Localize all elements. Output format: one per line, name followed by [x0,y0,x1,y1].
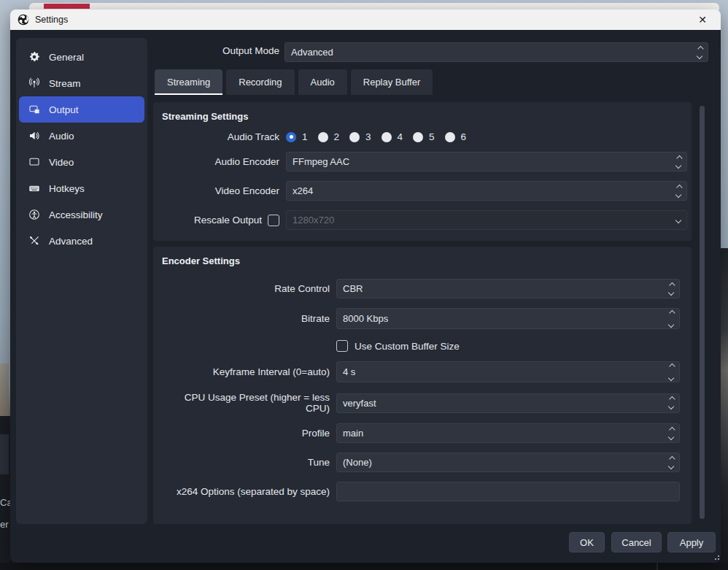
x264-options-input[interactable] [336,482,680,501]
audio-track-option-5[interactable]: 5 [413,131,435,142]
chevron-updown-icon[interactable] [694,43,705,61]
sidebar-item-advanced[interactable]: Advanced [19,228,144,254]
apply-button[interactable]: Apply [667,532,716,552]
sidebar-item-accessibility[interactable]: Accessibility [19,201,144,228]
audio-track-option-6[interactable]: 6 [445,131,467,142]
settings-content: General Stream Output Audio [10,30,721,563]
sidebar-item-hotkeys[interactable]: Hotkeys [19,175,144,201]
keyframe-interval-value: 4 s [343,366,355,377]
rate-control-select[interactable]: CBR [336,279,680,299]
use-custom-buffer-size-row[interactable]: Use Custom Buffer Size [336,340,692,352]
rescale-output-label: Rescale Output [194,215,262,226]
vertical-scrollbar[interactable] [699,103,705,523]
radio-selected-icon[interactable] [286,132,296,142]
obs-logo-icon [18,14,29,26]
output-mode-label: Output Mode [206,45,279,56]
sidebar-item-stream[interactable]: Stream [19,70,144,96]
titlebar[interactable]: Settings ✕ [10,9,721,30]
audio-encoder-select[interactable]: FFmpeg AAC [286,152,687,172]
sidebar-item-general[interactable]: General [19,44,144,70]
chevron-updown-icon[interactable] [666,424,676,442]
tune-select[interactable]: (None) [336,452,680,472]
tab-audio[interactable]: Audio [298,69,347,95]
chevron-updown-icon[interactable] [666,453,676,471]
radio-icon[interactable] [445,132,455,142]
video-encoder-row: Video Encoder x264 [162,181,687,201]
rescale-output-select[interactable]: 1280x720 [286,210,687,230]
rescale-output-value: 1280x720 [293,215,334,226]
spinner-arrows-icon[interactable] [666,309,676,328]
sidebar-item-audio[interactable]: Audio [19,123,144,149]
cpu-usage-preset-select[interactable]: veryfast [336,393,680,413]
chevron-updown-icon[interactable] [673,182,684,200]
resize-grip[interactable] [713,554,719,560]
chevron-updown-icon[interactable] [666,280,676,298]
close-icon[interactable]: ✕ [692,11,713,28]
keyframe-interval-spinner[interactable]: 4 s [336,361,680,382]
chevron-updown-icon[interactable] [666,394,676,412]
profile-value: main [343,428,363,439]
radio-icon[interactable] [318,132,328,142]
video-encoder-select[interactable]: x264 [286,181,687,201]
sidebar-item-label: Hotkeys [49,183,85,194]
sidebar-item-label: Video [49,157,74,168]
sidebar-item-video[interactable]: Video [19,149,144,175]
panel-title: Streaming Settings [153,102,692,122]
audio-encoder-label: Audio Encoder [214,156,279,167]
rescale-output-row: Rescale Output 1280x720 [162,210,687,230]
tab-label: Audio [311,77,335,88]
scrollbar-thumb[interactable] [700,106,705,519]
audio-track-option-1[interactable]: 1 [286,131,308,142]
bitrate-value: 8000 Kbps [343,313,388,324]
x264-options-label: x264 Options (separated by space) [177,486,330,497]
radio-icon[interactable] [349,132,360,142]
background-bottom-strip [0,563,728,570]
gear-icon [28,50,41,63]
bitrate-row: Bitrate 8000 Kbps [162,308,680,329]
panel-title: Encoder Settings [153,247,692,266]
use-custom-buffer-size-checkbox[interactable] [336,340,348,352]
chevron-updown-icon[interactable] [673,153,684,171]
profile-row: Profile main [162,423,680,443]
use-custom-buffer-size-label: Use Custom Buffer Size [355,341,460,352]
radio-icon[interactable] [413,132,423,142]
x264-options-row: x264 Options (separated by space) [162,482,680,501]
tab-streaming[interactable]: Streaming [155,69,222,95]
background-text-fragment: er [0,519,9,530]
tab-recording[interactable]: Recording [226,69,294,95]
tab-label: Streaming [167,77,210,88]
profile-select[interactable]: main [336,423,680,443]
bitrate-spinner[interactable]: 8000 Kbps [336,308,680,329]
radio-icon[interactable] [382,132,392,142]
sidebar-item-label: General [49,52,84,63]
output-mode-select[interactable]: Advanced [284,42,708,62]
radio-label: 4 [398,131,403,142]
audio-track-option-4[interactable]: 4 [382,131,403,142]
radio-label: 5 [429,131,435,142]
tools-icon [28,234,41,247]
sidebar-item-label: Stream [49,78,81,89]
sidebar-item-label: Advanced [49,236,93,247]
chevron-down-icon[interactable] [673,211,684,229]
cpu-usage-preset-value: veryfast [343,398,376,409]
rate-control-row: Rate Control CBR [162,279,680,299]
rate-control-value: CBR [343,283,363,294]
audio-track-row: Audio Track 1 2 3 4 5 6 [162,131,687,142]
audio-track-option-2[interactable]: 2 [318,131,340,142]
radio-label: 1 [302,131,308,142]
keyframe-interval-row: Keyframe Interval (0=auto) 4 s [162,361,680,382]
radio-label: 2 [334,131,340,142]
rescale-output-checkbox[interactable] [268,215,279,226]
background-left-panel [0,434,9,474]
radio-label: 3 [365,131,371,142]
stream-antenna-icon [28,77,41,90]
sidebar-item-output[interactable]: Output [19,96,144,123]
tab-replay-buffer[interactable]: Replay Buffer [351,69,433,95]
audio-track-option-3[interactable]: 3 [349,131,371,142]
cancel-button[interactable]: Cancel [611,532,662,552]
spinner-arrows-icon[interactable] [666,362,676,382]
ok-button[interactable]: OK [569,532,605,552]
video-encoder-value: x264 [293,185,313,196]
audio-track-label: Audio Track [228,131,279,142]
window-title: Settings [35,15,68,25]
